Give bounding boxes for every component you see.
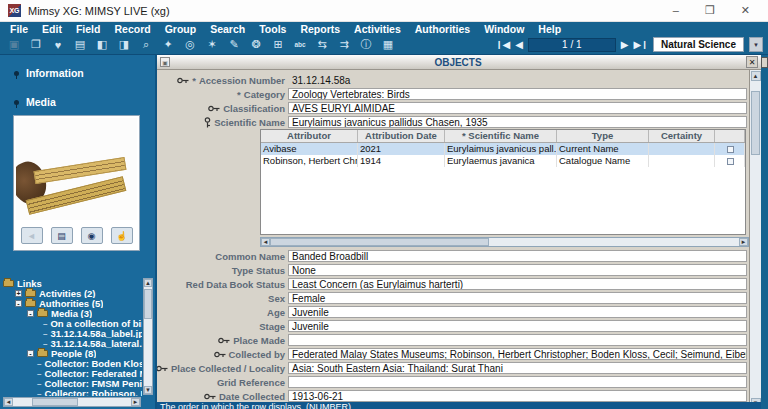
tree-horizontal-scrollbar[interactable]: ◄ ► [3,397,141,407]
tree-item-media-link[interactable]: – On a collection of birds from [3,318,142,328]
object-info-icon[interactable]: ⓘ [356,37,376,53]
tree-item-media-folder[interactable]: - Media (3) [3,308,142,318]
refresh-icon[interactable]: ◎ [180,37,200,53]
tree-root-links[interactable]: Links [3,278,142,288]
tree-item-authorities[interactable]: - Authorities (5) [3,298,142,308]
expand-icon[interactable]: + [15,290,22,297]
column-attribution-date[interactable]: Attribution Date [358,130,445,142]
menu-window[interactable]: Window [477,23,531,35]
tree-item-people-folder[interactable]: - People (8) [3,348,142,358]
menu-record[interactable]: Record [107,23,157,35]
red-data-book-status-input[interactable]: Least Concern (as Eurylaimus harterti) [288,278,747,290]
previous-record-icon[interactable]: ◀ [515,39,523,50]
media-section-header[interactable]: Media [0,96,155,108]
search-icon[interactable]: ⌕ [136,37,156,53]
table-row[interactable]: Avibase 2021 Eurylaimus javanicus pall..… [261,143,745,155]
type-status-input[interactable]: None [288,264,747,276]
linked-records-icon[interactable]: ⊞ [268,37,288,53]
stage-input[interactable]: Juvenile [288,320,747,332]
restore-panel-icon[interactable] [761,57,768,68]
place-made-input[interactable] [288,334,747,346]
scroll-left-icon[interactable]: ◄ [4,398,13,406]
next-record-icon[interactable]: ▶ [621,39,629,50]
spellcheck-icon[interactable]: abc [290,37,310,53]
audio-icon[interactable]: ◄ [21,227,43,244]
tree-item-person-link[interactable]: – Collector: Robinson, Herbert [3,388,142,396]
menu-reports[interactable]: Reports [293,23,347,35]
age-input[interactable]: Juvenile [288,306,747,318]
minimize-button[interactable]: – [673,4,679,17]
sort-icon[interactable]: ⇆ [312,37,332,53]
camera-icon[interactable]: ◉ [81,227,103,244]
panel-close-icon[interactable]: ✕ [746,56,758,68]
scientific-name-input[interactable]: Eurylaimus javanicus pallidus Chasen, 19… [288,116,747,128]
view-selector[interactable]: Natural Science [653,37,744,52]
menu-authorities[interactable]: Authorities [408,23,477,35]
view-selector-dropdown-icon[interactable]: ▼ [749,37,763,52]
scroll-left-icon[interactable]: ◄ [261,238,270,246]
menu-file[interactable]: File [3,23,35,35]
classification-input[interactable]: AVES EURYLAIMIDAE [288,102,747,114]
tree-item-person-link[interactable]: – Collector: Boden Kloss, Cecil [3,358,142,368]
tree-item-person-link[interactable]: – Collector: Federated Malay S [3,368,142,378]
collapse-icon[interactable]: - [27,350,34,357]
menu-activities[interactable]: Activities [347,23,408,35]
favorites-icon[interactable]: ♥ [48,37,68,53]
common-name-input[interactable]: Banded Broadbill [288,250,747,262]
information-section-header[interactable]: Information [0,67,155,79]
table-horizontal-scrollbar[interactable]: ◄ ► [260,237,749,247]
save-icon[interactable]: ▣ [4,37,24,53]
column-type[interactable]: Type [557,130,649,142]
transfer-icon[interactable]: ⇉ [334,37,354,53]
category-input[interactable]: Zoology Vertebrates: Birds [288,88,747,100]
collapse-icon[interactable]: - [15,300,22,307]
menu-tools[interactable]: Tools [252,23,293,35]
sex-input[interactable]: Female [288,292,747,304]
certainty-checkbox[interactable] [727,146,734,153]
date-collected-input[interactable]: 1913-06-21 [288,390,747,402]
certainty-checkbox[interactable] [727,158,734,165]
table-row[interactable]: Robinson, Herbert Christ... 1914 Eurylae… [261,155,745,167]
form-vertical-scrollbar[interactable]: ▲ ▼ [749,70,761,409]
scrollbar-thumb[interactable] [270,238,489,246]
column-scientific-name[interactable]: * Scientific Name [445,130,557,142]
place-collected-input[interactable]: Asia: South Eastern Asia: Thailand: Sura… [288,362,747,374]
pin-search-icon[interactable]: ✦ [158,37,178,53]
tree-item-media-link[interactable]: – 31.12.14.58a_label.jpg [3,328,142,338]
grid-view-icon[interactable]: ▦ [378,37,398,53]
paste-record-icon[interactable]: ◨ [114,37,134,53]
tree-vertical-scrollbar[interactable]: ▲ ▼ [143,278,153,395]
first-record-icon[interactable]: ❙◀ [496,39,510,50]
menu-group[interactable]: Group [158,23,204,35]
media-thumbnail[interactable] [16,118,137,220]
scroll-right-icon[interactable]: ► [739,238,748,246]
annotate-icon[interactable]: ☝ [111,227,133,244]
copy-record-icon[interactable]: ◧ [92,37,112,53]
scrollbar-thumb[interactable] [144,289,152,319]
menu-search[interactable]: Search [203,23,252,35]
scroll-down-icon[interactable]: ▼ [144,386,152,394]
last-record-icon[interactable]: ▶❙ [634,39,648,50]
tree-item-media-link[interactable]: – 31.12.14.58a_lateral.jpg [3,338,142,348]
collected-by-input[interactable]: Federated Malay States Museums; Robinson… [288,348,747,360]
scroll-up-icon[interactable]: ▲ [751,71,761,81]
scrollbar-thumb[interactable] [32,398,78,406]
menu-edit[interactable]: Edit [35,23,69,35]
column-certainty[interactable]: Certainty [649,130,715,142]
tree-item-activities[interactable]: + Activities (2) [3,288,142,298]
scrollbar-thumb[interactable] [751,91,760,155]
close-button[interactable]: ✕ [741,4,750,17]
menu-help[interactable]: Help [531,23,568,35]
maximize-button[interactable]: ❒ [705,4,715,17]
scroll-up-icon[interactable]: ▲ [144,279,152,287]
authorities-icon[interactable]: ❂ [246,37,266,53]
grid-reference-input[interactable] [288,376,747,388]
column-attributor[interactable]: Attributor [261,130,358,142]
activities-icon[interactable]: ✶ [202,37,222,53]
print-icon[interactable]: ❐ [26,37,46,53]
tree-item-person-link[interactable]: – Collector: FMSM Peninsular T [3,378,142,388]
record-list-icon[interactable]: ▤ [70,37,90,53]
scroll-right-icon[interactable]: ► [131,398,140,406]
media-file-icon[interactable]: ▤ [51,227,73,244]
collapse-icon[interactable]: - [27,310,34,317]
